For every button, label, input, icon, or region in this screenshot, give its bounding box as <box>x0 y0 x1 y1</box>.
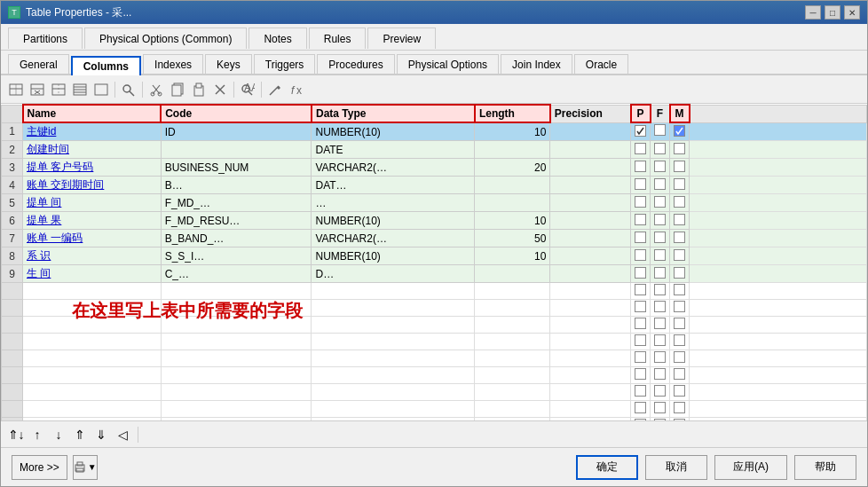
cell-code-7[interactable]: B_BAND_… <box>161 230 312 247</box>
cell-length-2[interactable] <box>475 141 550 159</box>
cell-datatype-7[interactable]: VARCHAR2(… <box>312 230 475 247</box>
table-row[interactable]: 3 提单 客户号码 BUSINESS_NUM VARCHAR2(… 20 <box>2 159 867 177</box>
find-button[interactable]: AA <box>238 80 257 99</box>
cell-f-4[interactable] <box>651 177 670 194</box>
cell-name-3[interactable]: 提单 客户号码 <box>23 159 162 177</box>
col-header-code[interactable]: Code <box>161 105 312 122</box>
view-button[interactable] <box>91 80 111 99</box>
cell-datatype-4[interactable]: DAT… <box>312 177 475 194</box>
table-row[interactable]: 2 创建时间 DATE <box>2 141 867 159</box>
copy-button[interactable] <box>168 80 187 99</box>
cell-m-4[interactable] <box>670 177 690 194</box>
cell-length-5[interactable] <box>475 194 550 212</box>
cell-length-4[interactable] <box>475 177 550 194</box>
tab-procedures[interactable]: Procedures <box>317 54 394 74</box>
cell-length-6[interactable]: 10 <box>475 212 550 230</box>
table-container[interactable]: Name Code Data Type Length <box>1 104 867 420</box>
cell-datatype-5[interactable]: … <box>312 194 475 212</box>
cell-m-9[interactable] <box>670 265 690 283</box>
cell-m-6[interactable] <box>670 212 690 230</box>
cell-precision-2[interactable] <box>550 141 631 159</box>
cell-m-7[interactable] <box>670 230 690 247</box>
print-button[interactable]: ▼ <box>73 455 98 480</box>
tab-partitions[interactable]: Partitions <box>8 27 83 49</box>
cell-name-1[interactable]: 主键id <box>23 122 162 141</box>
maximize-button[interactable]: □ <box>825 5 840 20</box>
paste-button[interactable] <box>189 80 209 99</box>
tab-columns[interactable]: Columns <box>71 56 141 75</box>
minimize-button[interactable]: ─ <box>805 5 821 20</box>
table-row-empty[interactable] <box>2 317 867 334</box>
table-row-empty[interactable] <box>2 367 867 384</box>
tab-preview[interactable]: Preview <box>367 27 436 49</box>
apply-button[interactable]: 应用(A) <box>714 455 787 480</box>
add-row-button[interactable] <box>6 80 26 99</box>
formula-button[interactable]: fx <box>287 80 306 99</box>
cell-precision-8[interactable] <box>550 247 631 265</box>
table-row[interactable]: 1 主键id ID NUMBER(10) 10 <box>2 122 867 141</box>
cell-datatype-1[interactable]: NUMBER(10) <box>312 122 475 141</box>
cell-f-6[interactable] <box>651 212 670 230</box>
table-row-empty[interactable] <box>2 418 867 421</box>
cell-p-3[interactable] <box>631 159 651 177</box>
cell-name-8[interactable]: 系 识 <box>23 247 162 265</box>
cell-code-8[interactable]: S_S_I… <box>161 247 312 265</box>
cell-datatype-9[interactable]: D… <box>312 265 475 283</box>
back-button[interactable]: ◁ <box>113 425 132 444</box>
delete-row-button[interactable] <box>28 80 47 99</box>
cell-code-6[interactable]: F_MD_RESU… <box>161 212 312 230</box>
cell-precision-3[interactable] <box>550 159 631 177</box>
cell-f-1[interactable] <box>651 122 670 141</box>
cell-m-8[interactable] <box>670 247 690 265</box>
cell-p-5[interactable] <box>631 194 651 212</box>
cell-length-1[interactable]: 10 <box>475 122 550 141</box>
cell-precision-5[interactable] <box>550 194 631 212</box>
tab-triggers[interactable]: Triggers <box>254 54 316 74</box>
table-row[interactable]: 5 提单 间 F_MD_… … <box>2 194 867 212</box>
cell-name-7[interactable]: 账单 一编码 <box>23 230 162 247</box>
ok-button[interactable]: 确定 <box>576 455 638 480</box>
cell-name-5[interactable]: 提单 间 <box>23 194 162 212</box>
cell-datatype-3[interactable]: VARCHAR2(… <box>312 159 475 177</box>
col-header-datatype[interactable]: Data Type <box>312 105 475 122</box>
delete-button[interactable] <box>210 80 230 99</box>
col-header-name[interactable]: Name <box>23 105 162 122</box>
cell-code-3[interactable]: BUSINESS_NUM <box>161 159 312 177</box>
tab-rules[interactable]: Rules <box>309 27 367 49</box>
move-bottom-button[interactable]: ⇑ <box>70 425 90 444</box>
table-row-empty[interactable] <box>2 300 867 317</box>
table-row[interactable]: 7 账单 一编码 B_BAND_… VARCHAR2(… 50 <box>2 230 867 247</box>
tab-indexes[interactable]: Indexes <box>143 54 203 74</box>
move-down-button[interactable]: ↓ <box>49 425 68 444</box>
cell-f-7[interactable] <box>651 230 670 247</box>
table-row-empty[interactable] <box>2 334 867 350</box>
cell-f-2[interactable] <box>651 141 670 159</box>
cell-length-7[interactable]: 50 <box>475 230 550 247</box>
cell-m-2[interactable] <box>670 141 690 159</box>
cell-m-5[interactable] <box>670 194 690 212</box>
cell-precision-7[interactable] <box>550 230 631 247</box>
cell-length-3[interactable]: 20 <box>475 159 550 177</box>
cell-m-3[interactable] <box>670 159 690 177</box>
table-row[interactable]: 4 账单 交到期时间 B… DAT… <box>2 177 867 194</box>
table-row-empty[interactable] <box>2 283 867 300</box>
cell-code-4[interactable]: B… <box>161 177 312 194</box>
tab-keys[interactable]: Keys <box>205 54 252 74</box>
cell-f-8[interactable] <box>651 247 670 265</box>
col-header-f[interactable]: F <box>651 105 670 122</box>
cell-length-9[interactable] <box>475 265 550 283</box>
cell-p-8[interactable] <box>631 247 651 265</box>
more-button[interactable]: More >> <box>12 455 67 480</box>
cell-p-2[interactable] <box>631 141 651 159</box>
cell-datatype-6[interactable]: NUMBER(10) <box>312 212 475 230</box>
table-row-empty[interactable] <box>2 401 867 418</box>
col-header-m[interactable]: M <box>670 105 690 122</box>
search-button[interactable] <box>119 80 138 99</box>
cell-code-1[interactable]: ID <box>161 122 312 141</box>
tab-oracle[interactable]: Oracle <box>574 54 628 74</box>
cell-f-3[interactable] <box>651 159 670 177</box>
cell-name-4[interactable]: 账单 交到期时间 <box>23 177 162 194</box>
move-up-button[interactable]: ↑ <box>28 425 47 444</box>
cell-f-5[interactable] <box>651 194 670 212</box>
cell-p-1[interactable] <box>631 122 651 141</box>
